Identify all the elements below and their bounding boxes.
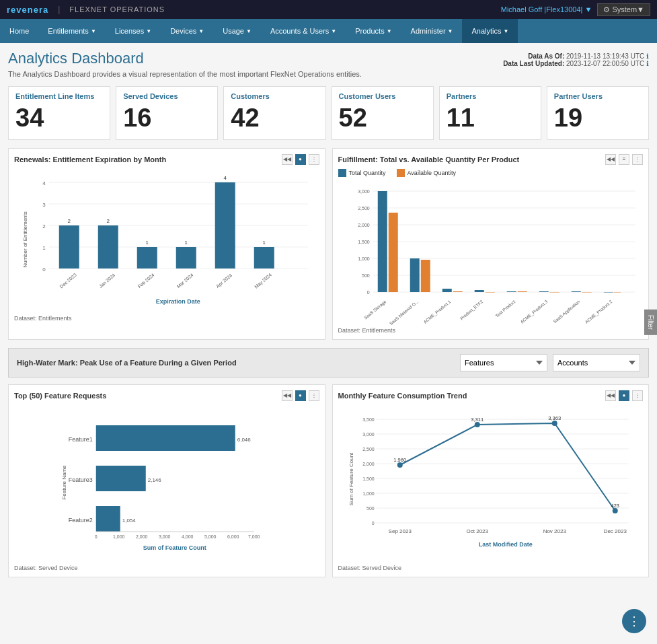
svg-text:SaaS Application: SaaS Application [552, 299, 581, 324]
more-options-button-f[interactable]: ⋮ [632, 154, 643, 165]
fulfillment-legend: Total Quantity Available Quantity [338, 169, 644, 177]
fulfillment-bar-chart-svg: 0 500 1,000 1,500 2,000 2,500 3,000 [338, 181, 644, 322]
renewals-dataset-label: Dataset: Entitlements [14, 315, 319, 322]
svg-text:1: 1 [42, 245, 46, 251]
prev-button[interactable]: ◀◀ [282, 154, 293, 165]
svg-text:Product_ETF2: Product_ETF2 [459, 299, 484, 321]
features-select[interactable]: Features Feature1 Feature2 Feature3 [460, 354, 547, 371]
info-icon[interactable]: ℹ [646, 52, 649, 60]
svg-text:ACME_Product 3: ACME_Product 3 [519, 299, 549, 325]
nav-accounts[interactable]: Accounts & Users▼ [261, 19, 346, 43]
prev-button-f[interactable]: ◀◀ [605, 154, 616, 165]
filter-tab[interactable]: Filter [644, 309, 657, 334]
kpi-partners: Partners 11 [439, 86, 541, 140]
chevron-down-icon: ▼ [387, 28, 392, 34]
user-link[interactable]: Michael Goff |Flex13004| ▼ [501, 5, 592, 13]
svg-text:2,000: 2,000 [358, 223, 370, 227]
system-button[interactable]: ⚙ System▼ [597, 3, 650, 16]
svg-text:2: 2 [68, 218, 71, 224]
user-area: Michael Goff |Flex13004| ▼ ⚙ System▼ [501, 3, 650, 16]
prev-button-fr[interactable]: ◀◀ [282, 390, 293, 401]
more-options-button-cc[interactable]: ⋮ [632, 390, 643, 401]
nav-licenses[interactable]: Licenses▼ [106, 19, 161, 43]
svg-text:6,046: 6,046 [237, 437, 252, 443]
data-last-updated: Data Last Updated: 2023-12-07 22:00:50 U… [503, 60, 649, 67]
chart-type-button-fr[interactable]: ● [295, 390, 306, 401]
legend-total-dot [338, 169, 346, 177]
svg-text:Last Modified Date: Last Modified Date [478, 541, 532, 548]
kpi-customer-users: Customer Users 52 [332, 86, 434, 140]
svg-rect-48 [453, 291, 462, 292]
svg-rect-74 [96, 506, 120, 532]
svg-rect-51 [506, 291, 516, 292]
renewals-chart-title: Renewals: Entitlement Expiration by Mont… [14, 155, 166, 164]
chevron-down-icon: ▼ [198, 28, 204, 34]
renewals-bar-chart-svg: Number of Entitlements 0 1 2 3 4 2 Dec 2… [14, 169, 319, 310]
logo-area: revenera | FLEXNET OPERATIONS [7, 5, 165, 15]
nav-analytics[interactable]: Analytics▼ [462, 19, 518, 43]
svg-rect-56 [582, 292, 591, 293]
svg-text:7,000: 7,000 [248, 534, 260, 539]
kpi-row: Entitlement Line Items 34 Served Devices… [8, 86, 649, 140]
chevron-down-icon: ▼ [331, 28, 336, 34]
main-content: Analytics Dashboard The Analytics Dashbo… [0, 43, 657, 644]
chart-type-button[interactable]: ● [295, 154, 306, 165]
filter-bar: High-Water Mark: Peak Use of a Feature D… [8, 348, 649, 378]
svg-rect-45 [410, 258, 419, 292]
nav-products[interactable]: Products▼ [346, 19, 401, 43]
filter-button-f[interactable]: ≡ [619, 154, 629, 165]
chevron-down-icon: ▼ [246, 28, 252, 34]
svg-text:2: 2 [107, 218, 110, 224]
svg-rect-71 [96, 466, 146, 491]
svg-text:Mar 2024: Mar 2024 [176, 273, 194, 289]
svg-text:Feature1: Feature1 [69, 436, 93, 443]
svg-text:Feature Name: Feature Name [61, 465, 67, 500]
svg-rect-10 [59, 225, 79, 269]
chart-type-button-cc[interactable]: ● [619, 390, 629, 401]
svg-rect-46 [420, 260, 430, 292]
svg-text:4,000: 4,000 [182, 534, 194, 539]
consumption-dataset-label: Dataset: Served Device [338, 565, 644, 571]
svg-text:1,960: 1,960 [393, 457, 406, 463]
svg-text:0: 0 [366, 290, 369, 295]
top-header: revenera | FLEXNET OPERATIONS Michael Go… [0, 0, 657, 19]
accounts-select[interactable]: Accounts Account1 Account2 [553, 354, 640, 371]
svg-rect-57 [603, 292, 613, 293]
info-icon-2[interactable]: ℹ [646, 60, 649, 67]
nav-devices[interactable]: Devices▼ [161, 19, 213, 43]
fab-button[interactable]: ⋮ [622, 609, 646, 633]
svg-text:5,000: 5,000 [204, 534, 217, 539]
more-options-button[interactable]: ⋮ [309, 154, 319, 165]
kpi-customers: Customers 42 [223, 86, 325, 140]
nav-usage[interactable]: Usage▼ [213, 19, 261, 43]
svg-rect-68 [96, 425, 235, 451]
nav-administer[interactable]: Administer▼ [401, 19, 463, 43]
more-options-button-fr[interactable]: ⋮ [309, 390, 319, 401]
y-axis-label: Number of Entitlements [22, 211, 28, 268]
app-name: FLEXNET OPERATIONS [69, 5, 165, 13]
svg-point-105 [474, 422, 479, 427]
svg-text:Sum of Feature Count: Sum of Feature Count [143, 544, 206, 551]
prev-button-cc[interactable]: ◀◀ [605, 390, 616, 401]
svg-text:1,000: 1,000 [362, 491, 375, 496]
svg-text:Dec 2023: Dec 2023 [59, 273, 77, 289]
svg-text:3,363: 3,363 [548, 415, 561, 421]
nav-home[interactable]: Home [0, 19, 38, 43]
feature-requests-dataset-label: Dataset: Served Device [14, 565, 319, 571]
svg-text:3,000: 3,000 [362, 432, 375, 437]
svg-text:Feature2: Feature2 [69, 517, 93, 524]
filter-selects: Features Feature1 Feature2 Feature3 Acco… [460, 354, 640, 371]
svg-text:Feb 2024: Feb 2024 [137, 273, 155, 289]
svg-text:0: 0 [42, 266, 46, 273]
svg-text:500: 500 [362, 273, 370, 278]
svg-text:Sep 2023: Sep 2023 [388, 528, 412, 534]
nav-entitlements[interactable]: Entitlements▼ [38, 19, 105, 43]
chevron-down-icon: ▼ [146, 28, 151, 34]
svg-rect-19 [176, 247, 196, 269]
svg-text:2: 2 [42, 223, 46, 229]
svg-rect-54 [549, 292, 559, 293]
renewals-chart-header: Renewals: Entitlement Expiration by Mont… [14, 154, 319, 165]
logo: revenera [7, 5, 48, 15]
legend-available-dot [397, 169, 405, 177]
svg-rect-58 [613, 292, 620, 293]
